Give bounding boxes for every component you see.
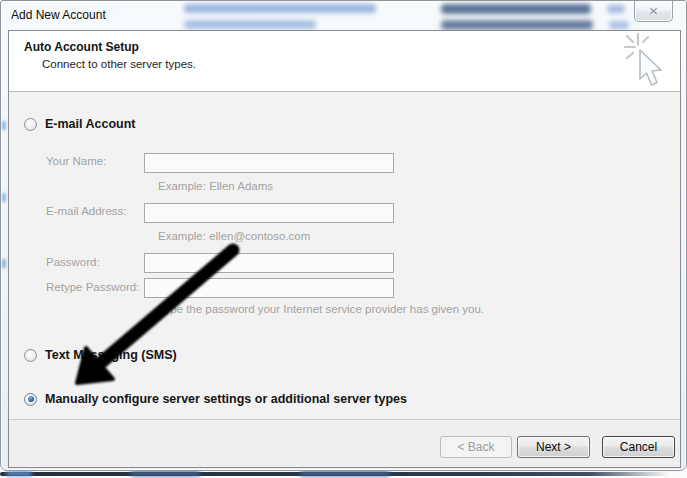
- glass-reflection: [2, 259, 6, 268]
- password-note: Type the password your Internet service …: [158, 303, 484, 315]
- background-window-artifact: [441, 4, 591, 14]
- screenshot-root: Add New Account ✕ Auto Account Setup Con…: [0, 0, 687, 478]
- form-area: E-mail Account Your Name: Example: Ellen…: [9, 92, 680, 420]
- background-window-artifact: [441, 20, 593, 30]
- button-bar: < Back Next > Cancel: [9, 419, 680, 467]
- radio-option-text-messaging[interactable]: Text Messaging (SMS): [24, 348, 177, 362]
- radio-icon: [24, 118, 37, 131]
- close-icon: ✕: [648, 6, 658, 17]
- glass-reflection: [2, 193, 6, 202]
- background-window-artifact: [184, 20, 316, 29]
- wizard-header: Auto Account Setup Connect to other serv…: [9, 31, 680, 92]
- radio-label: Manually configure server settings or ad…: [45, 392, 407, 406]
- your-name-hint: Example: Ellen Adams: [158, 180, 273, 192]
- radio-option-email-account[interactable]: E-mail Account: [24, 117, 136, 131]
- background-artifact: [6, 471, 32, 476]
- radio-icon: [24, 349, 37, 362]
- your-name-field[interactable]: [144, 153, 394, 173]
- add-new-account-dialog: Add New Account ✕ Auto Account Setup Con…: [0, 0, 687, 471]
- password-field[interactable]: [144, 253, 394, 273]
- next-button[interactable]: Next >: [517, 436, 590, 458]
- retype-password-label: Retype Password:: [46, 281, 139, 293]
- title-bar[interactable]: Add New Account: [1, 1, 686, 30]
- radio-option-manual-setup[interactable]: Manually configure server settings or ad…: [24, 392, 407, 406]
- back-button[interactable]: < Back: [440, 436, 512, 458]
- wizard-header-title: Auto Account Setup: [24, 40, 139, 54]
- radio-label: E-mail Account: [45, 117, 136, 131]
- dialog-body: Auto Account Setup Connect to other serv…: [8, 30, 681, 468]
- your-name-label: Your Name:: [46, 155, 106, 167]
- cancel-button[interactable]: Cancel: [602, 436, 675, 458]
- background-window-artifact: [184, 4, 376, 13]
- password-label: Password:: [46, 256, 100, 268]
- glass-reflection: [2, 121, 6, 130]
- radio-label: Text Messaging (SMS): [45, 348, 177, 362]
- cursor-sparkle-icon: [624, 33, 674, 90]
- background-artifact: [130, 471, 200, 476]
- email-address-field[interactable]: [144, 203, 394, 223]
- background-artifact: [300, 471, 390, 476]
- background-window-artifact: [609, 21, 629, 29]
- wizard-header-subtitle: Connect to other server types.: [42, 58, 196, 70]
- radio-selected-icon: [24, 393, 37, 406]
- retype-password-field[interactable]: [144, 278, 394, 298]
- close-button[interactable]: ✕: [634, 1, 673, 22]
- email-address-hint: Example: ellen@contoso.com: [158, 230, 310, 242]
- background-window-artifact: [607, 5, 625, 13]
- email-address-label: E-mail Address:: [46, 205, 127, 217]
- window-title: Add New Account: [11, 8, 106, 22]
